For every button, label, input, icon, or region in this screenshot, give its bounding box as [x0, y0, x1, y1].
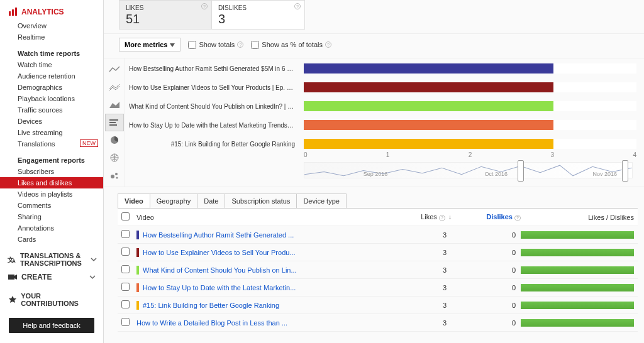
info-icon[interactable]: ?	[439, 215, 445, 221]
row-checkbox[interactable]	[121, 230, 130, 238]
cell-dislikes: 0	[452, 249, 521, 256]
video-title-link[interactable]: #15: Link Building for Better Google Ran…	[136, 301, 395, 310]
sidebar-item-annotations[interactable]: Annotations	[0, 222, 103, 234]
checkbox-label: Show totals	[199, 41, 235, 48]
svg-marker-7	[9, 296, 16, 303]
chevron-down-icon	[88, 273, 97, 281]
cell-likes: 3	[395, 319, 452, 327]
chart-type-multiline[interactable]	[105, 79, 124, 96]
sidebar-group-engagement[interactable]: Engagement reports	[0, 155, 103, 166]
tab-video[interactable]: Video	[118, 193, 150, 208]
sidebar-item-sharing[interactable]: Sharing	[0, 211, 103, 222]
select-all-checkbox[interactable]	[121, 212, 130, 220]
tab-geography[interactable]: Geography	[150, 193, 197, 208]
info-icon[interactable]: ?	[514, 215, 521, 221]
sidebar-section-translations[interactable]: 文A TRANSLATIONS & TRANSCRIPTIONS	[0, 250, 103, 270]
chart-type-bar[interactable]	[105, 114, 124, 131]
table-row[interactable]: How to Use Explainer Videos to Sell Your…	[118, 244, 638, 261]
col-dislikes[interactable]: Dislikes ?	[452, 213, 521, 221]
cell-likes: 3	[395, 302, 452, 309]
cell-ratio	[521, 231, 634, 239]
axis-tick: 4	[633, 151, 636, 158]
tab-device[interactable]: Device type	[296, 193, 346, 208]
video-title-link[interactable]: How Bestselling Author Ramit Sethi Gener…	[136, 231, 395, 239]
timeline-scrubber[interactable]: Sep 2016 Oct 2016 Nov 2016	[304, 162, 633, 178]
sidebar-item-cards[interactable]: Cards	[0, 234, 103, 245]
table-row[interactable]: #15: Link Building for Better Google Ran…	[118, 297, 638, 314]
help-feedback-button[interactable]: Help and feedback	[9, 318, 94, 333]
show-totals-checkbox[interactable]: Show totals ?	[188, 41, 243, 49]
summary-tiles: LIKES 51 ? DISLIKES 3 ?	[104, 0, 644, 34]
col-label: Likes	[421, 213, 437, 220]
bar-track	[304, 82, 636, 92]
sidebar-section-create[interactable]: CREATE	[0, 270, 103, 285]
table-row[interactable]: How to Write a Detailed Blog Post in Les…	[118, 314, 638, 332]
sidebar-item-comments[interactable]: Comments	[0, 200, 103, 211]
range-handle-left[interactable]	[518, 160, 524, 182]
info-icon[interactable]: ?	[294, 3, 301, 9]
sidebar-section-analytics[interactable]: ANALYTICS	[0, 5, 103, 20]
cell-dislikes: 0	[452, 266, 521, 274]
sidebar-item-overview[interactable]: Overview	[0, 20, 103, 31]
sidebar-item-devices[interactable]: Devices	[0, 116, 103, 127]
col-video[interactable]: Video	[136, 214, 395, 221]
sidebar-item-live[interactable]: Live streaming	[0, 127, 103, 138]
sidebar-item-videos-playlists[interactable]: Videos in playlists	[0, 188, 103, 200]
video-title-link[interactable]: How to Stay Up to Date with the Latest M…	[136, 283, 395, 292]
range-handle-right[interactable]	[622, 160, 628, 182]
video-title-link[interactable]: What Kind of Content Should You Publish …	[136, 266, 395, 275]
cell-ratio	[521, 284, 634, 291]
row-checkbox[interactable]	[121, 265, 130, 273]
chart-type-line[interactable]	[105, 61, 124, 79]
col-ratio[interactable]: Likes / Dislikes	[521, 214, 634, 221]
chart-type-bubble[interactable]	[105, 166, 124, 184]
col-likes[interactable]: Likes ? ↓	[395, 213, 452, 221]
chart-type-map[interactable]	[105, 149, 124, 166]
more-metrics-button[interactable]: More metrics	[119, 38, 180, 52]
timeline-label: Sep 2016	[364, 171, 388, 177]
info-icon[interactable]: ?	[325, 41, 331, 48]
bar-fill	[304, 139, 553, 149]
sidebar-item-traffic[interactable]: Traffic sources	[0, 104, 103, 116]
sidebar-section-contributions[interactable]: YOUR CONTRIBUTIONS	[0, 290, 103, 310]
ratio-bar	[521, 319, 634, 327]
sidebar-item-audience[interactable]: Audience retention	[0, 70, 103, 82]
checkbox-input[interactable]	[188, 41, 196, 49]
tile-dislikes[interactable]: DISLIKES 3 ?	[212, 0, 305, 30]
row-checkbox[interactable]	[121, 300, 130, 308]
sidebar-item-demographics[interactable]: Demographics	[0, 82, 103, 93]
sidebar-item-realtime[interactable]: Realtime	[0, 31, 103, 43]
cell-likes: 3	[395, 249, 452, 256]
show-percent-checkbox[interactable]: Show as % of totals ?	[251, 41, 331, 49]
info-icon[interactable]: ?	[237, 41, 243, 48]
row-checkbox[interactable]	[121, 318, 130, 326]
sidebar-item-watch-time[interactable]: Watch time	[0, 59, 103, 70]
timeline-label: Oct 2016	[485, 171, 508, 177]
row-checkbox[interactable]	[121, 283, 130, 291]
svg-point-15	[111, 175, 114, 178]
info-icon[interactable]: ?	[201, 3, 208, 9]
series-color-chip	[136, 231, 139, 239]
sidebar-item-playback[interactable]: Playback locations	[0, 93, 103, 104]
table-row[interactable]: What Kind of Content Should You Publish …	[118, 261, 638, 279]
video-title-link[interactable]: How to Use Explainer Videos to Sell Your…	[136, 248, 395, 257]
sidebar-item-translations[interactable]: Translations NEW	[0, 138, 103, 150]
tile-likes[interactable]: LIKES 51 ?	[119, 0, 212, 30]
sidebar-group-watch-time[interactable]: Watch time reports	[0, 48, 103, 59]
row-checkbox[interactable]	[121, 248, 130, 256]
tab-subscription[interactable]: Subscription status	[225, 193, 297, 208]
checkbox-input[interactable]	[251, 41, 259, 49]
sidebar-item-likes-dislikes[interactable]: Likes and dislikes	[0, 177, 103, 188]
table-row[interactable]: How to Stay Up to Date with the Latest M…	[118, 279, 638, 297]
chart-type-pie[interactable]	[105, 131, 124, 149]
bar-fill	[304, 82, 553, 92]
chart-type-area[interactable]	[105, 96, 124, 114]
series-color-chip	[136, 248, 139, 257]
video-title-text: How to Write a Detailed Blog Post in Les…	[136, 319, 287, 327]
cell-dislikes: 0	[452, 302, 521, 309]
axis-tick: 3	[551, 151, 633, 158]
sidebar-item-subscribers[interactable]: Subscribers	[0, 166, 103, 177]
tab-date[interactable]: Date	[197, 193, 225, 208]
table-row[interactable]: How Bestselling Author Ramit Sethi Gener…	[118, 226, 638, 244]
video-title-link[interactable]: How to Write a Detailed Blog Post in Les…	[136, 319, 395, 327]
